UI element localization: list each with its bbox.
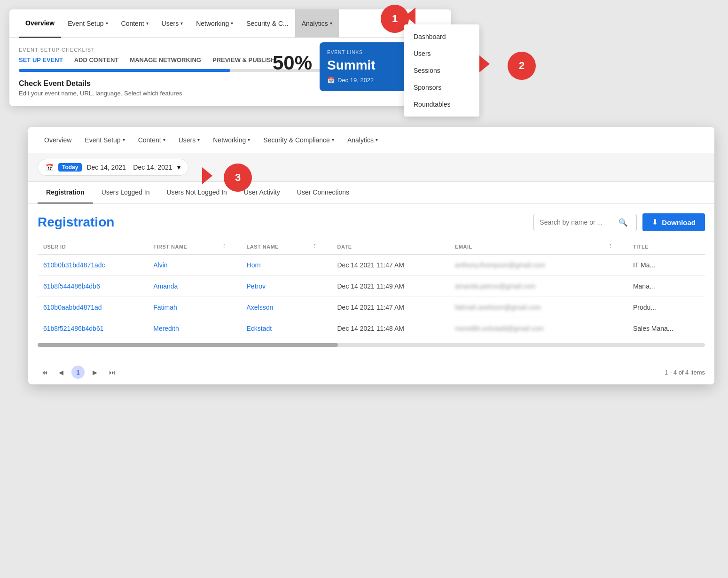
pagination-info: 1 - 4 of 4 items (665, 369, 705, 376)
bg-nav-overview[interactable]: Overview (19, 9, 61, 38)
col-menu-1[interactable]: ⋮ (216, 239, 241, 255)
pag-last[interactable]: ⏭ (105, 366, 118, 379)
callout-3: 3 (224, 164, 252, 192)
row3-user-id[interactable]: 610b0aabbd4871ad (38, 297, 148, 318)
row2-date: Dec 14 2021 11:49 AM (331, 276, 449, 297)
progress-percent: 50% (273, 52, 312, 74)
calendar-icon: 📅 (327, 77, 335, 84)
scroll-thumb[interactable] (38, 343, 338, 347)
row4-user-id[interactable]: 61b8f521486b4db61 (38, 318, 148, 339)
row3-first-name[interactable]: Fatimah (148, 297, 216, 318)
dropdown-sponsors[interactable]: Sponsors (404, 79, 479, 96)
table-controls: 🔍 ⬇ Download (533, 213, 705, 231)
step-content[interactable]: ADD CONTENT (74, 56, 119, 63)
main-card: Overview Event Setup ▾ Content ▾ Users ▾… (28, 127, 714, 384)
row2-title: Mana... (627, 276, 705, 297)
date-bar: 📅 Today Dec 14, 2021 – Dec 14, 2021 ▾ (28, 153, 714, 182)
bg-nav-event-setup[interactable]: Event Setup ▾ (61, 9, 114, 38)
tab-users-not-logged-in[interactable]: Users Not Logged In (158, 182, 235, 203)
table-row: 61b8f544486b4db6 Amanda Petrov Dec 14 20… (38, 276, 705, 297)
col-first-name: FIRST NAME (148, 239, 216, 255)
pagination-controls: ⏮ ◀ 1 ▶ ⏭ (38, 366, 118, 379)
download-button[interactable]: ⬇ Download (642, 213, 705, 231)
main-nav: Overview Event Setup ▾ Content ▾ Users ▾… (28, 127, 714, 153)
main-nav-analytics[interactable]: Analytics ▾ (341, 127, 384, 153)
chevron-down-icon: ▾ (177, 164, 180, 171)
tab-users-logged-in[interactable]: Users Logged In (93, 182, 158, 203)
pag-next[interactable]: ▶ (88, 366, 102, 379)
row2-user-id[interactable]: 61b8f544486b4db6 (38, 276, 148, 297)
table-section: Registration 🔍 ⬇ Download USER ID FIRST … (28, 204, 714, 360)
dropdown-roundtables[interactable]: Roundtables (404, 96, 479, 113)
row1-email: anthony.thompson@gmail.com (449, 255, 602, 276)
pag-first[interactable]: ⏮ (38, 366, 51, 379)
callout-2: 2 (508, 52, 536, 80)
row1-title: IT Ma... (627, 255, 705, 276)
row2-last-name[interactable]: Petrov (241, 276, 307, 297)
row1-date: Dec 14 2021 11:47 AM (331, 255, 449, 276)
tab-user-connections[interactable]: User Connections (289, 182, 358, 203)
table-row: 61b8f521486b4db61 Meredith Eckstadt Dec … (38, 318, 705, 339)
col-title: TITLE (627, 239, 705, 255)
download-icon: ⬇ (652, 218, 658, 227)
row3-title: Produ... (627, 297, 705, 318)
step-publish[interactable]: PREVIEW & PUBLISH (212, 56, 275, 63)
main-nav-event-setup[interactable]: Event Setup ▾ (78, 127, 131, 153)
col-menu-3[interactable]: ⋮ (602, 239, 627, 255)
bg-nav-analytics[interactable]: Analytics ▾ (295, 9, 339, 38)
dropdown-sessions[interactable]: Sessions (404, 62, 479, 79)
dropdown-dashboard[interactable]: Dashboard (404, 28, 479, 45)
row1-last-name[interactable]: Horn (241, 255, 307, 276)
bg-nav-security[interactable]: Security & C... (240, 9, 295, 38)
col-user-id: USER ID (38, 239, 148, 255)
bg-nav-users[interactable]: Users ▾ (155, 9, 190, 38)
calendar-icon-2: 📅 (46, 164, 54, 171)
main-nav-overview[interactable]: Overview (38, 127, 78, 153)
row3-email: fatimah.axelsson@gmail.com (449, 297, 602, 318)
download-label: Download (662, 219, 696, 227)
main-nav-security[interactable]: Security & Compliance ▾ (257, 127, 341, 153)
main-nav-content[interactable]: Content ▾ (132, 127, 172, 153)
event-date-text: Dec 19, 2022 (337, 77, 374, 84)
col-last-name: LAST NAME (241, 239, 307, 255)
pag-page-1[interactable]: 1 (71, 366, 85, 379)
bg-nav-networking[interactable]: Networking ▾ (189, 9, 240, 38)
row4-first-name[interactable]: Meredith (148, 318, 216, 339)
step-networking[interactable]: MANAGE NETWORKING (130, 56, 201, 63)
tabs-bar: Registration Users Logged In Users Not L… (28, 182, 714, 204)
row4-date: Dec 14 2021 11:48 AM (331, 318, 449, 339)
table-header-row: Registration 🔍 ⬇ Download (38, 213, 705, 231)
table-row: 610b0aabbd4871ad Fatimah Axelsson Dec 14… (38, 297, 705, 318)
row3-date: Dec 14 2021 11:47 AM (331, 297, 449, 318)
bg-nav-content[interactable]: Content ▾ (115, 9, 155, 38)
row4-last-name[interactable]: Eckstadt (241, 318, 307, 339)
pagination: ⏮ ◀ 1 ▶ ⏭ 1 - 4 of 4 items (28, 360, 714, 384)
row4-title: Sales Mana... (627, 318, 705, 339)
search-box[interactable]: 🔍 (533, 214, 637, 231)
row2-first-name[interactable]: Amanda (148, 276, 216, 297)
main-nav-networking[interactable]: Networking ▾ (206, 127, 257, 153)
pag-prev[interactable]: ◀ (55, 366, 68, 379)
main-nav-users[interactable]: Users ▾ (172, 127, 207, 153)
date-picker[interactable]: 📅 Today Dec 14, 2021 – Dec 14, 2021 ▾ (38, 159, 188, 176)
registration-table: USER ID FIRST NAME ⋮ LAST NAME ⋮ DATE EM… (38, 239, 705, 339)
tab-registration[interactable]: Registration (38, 182, 93, 203)
analytics-dropdown: Dashboard Users Sessions Sponsors Roundt… (404, 24, 479, 117)
row2-email: amanda.petrov@gmail.com (449, 276, 602, 297)
dropdown-users[interactable]: Users (404, 45, 479, 62)
step-setup[interactable]: SET UP EVENT (19, 56, 63, 63)
col-email: EMAIL (449, 239, 602, 255)
callout-arrow-3 (202, 167, 212, 184)
row4-email: meredith.eckstadt@gmail.com (449, 318, 602, 339)
today-badge: Today (58, 163, 82, 172)
callout-arrow-2 (479, 55, 490, 72)
search-icon: 🔍 (618, 218, 628, 227)
row1-first-name[interactable]: Alvin (148, 255, 216, 276)
horizontal-scrollbar[interactable] (38, 343, 705, 347)
row3-last-name[interactable]: Axelsson (241, 297, 307, 318)
col-menu-2[interactable]: ⋮ (306, 239, 331, 255)
date-range-text: Dec 14, 2021 – Dec 14, 2021 (86, 164, 172, 171)
row1-user-id[interactable]: 610b0b31bd4871adc (38, 255, 148, 276)
search-input[interactable] (540, 219, 615, 226)
table-title: Registration (38, 215, 114, 230)
